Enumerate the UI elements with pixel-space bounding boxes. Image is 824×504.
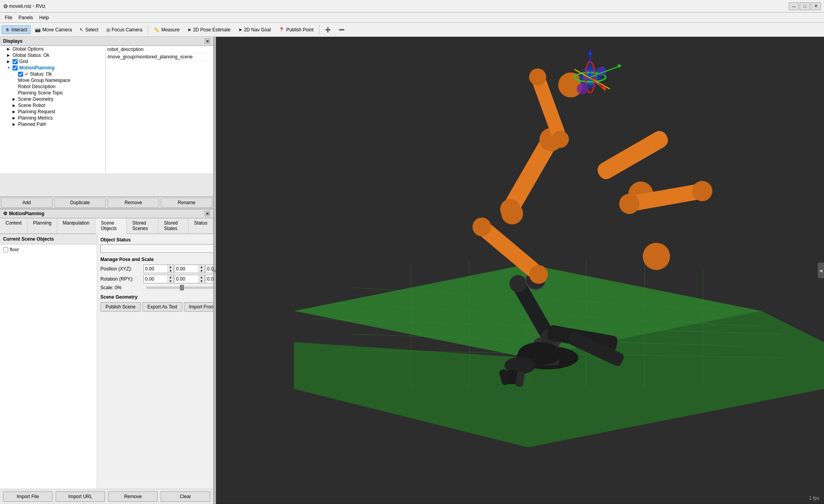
object-floor-checkbox[interactable]: [3, 247, 8, 252]
pos-x-down[interactable]: ▼: [168, 269, 173, 273]
tab-status[interactable]: Status: [189, 218, 213, 234]
menu-help[interactable]: Help: [36, 14, 52, 21]
rot-r-up[interactable]: ▲: [168, 275, 173, 279]
menubar: File Panels Help: [0, 13, 824, 23]
tab-planning[interactable]: Planning: [27, 218, 57, 234]
rotation-y-input[interactable]: 0.00: [206, 275, 213, 283]
select-button[interactable]: ↖ Select: [76, 25, 102, 34]
import-url-button[interactable]: Import URL: [56, 491, 105, 502]
object-status-input[interactable]: [100, 244, 213, 253]
status-checkbox[interactable]: [18, 72, 23, 77]
publish-point-button[interactable]: 📍 Publish Point: [275, 25, 317, 34]
remove-display-button[interactable]: Remove: [107, 198, 159, 208]
interact-button[interactable]: 🖱 Interact: [2, 25, 31, 34]
plus-icon: ➕: [325, 27, 331, 33]
tree-item-motionplanning[interactable]: ▼ MotionPlanning: [0, 65, 105, 71]
rot-p-up[interactable]: ▲: [199, 275, 204, 279]
tree-item-planning-request[interactable]: ▶ Planning Request: [0, 109, 105, 115]
position-inputs: 0.00 ▲ ▼ 0.00: [143, 265, 213, 273]
object-item-floor[interactable]: floor: [2, 246, 95, 253]
rotation-r-input[interactable]: 0.00: [144, 275, 167, 283]
tree-item-move-group-ns[interactable]: Move Group Namespace: [0, 77, 105, 83]
focus-camera-button[interactable]: ◎ Focus Camera: [103, 25, 146, 34]
fps-counter: 1 fps: [809, 495, 819, 501]
import-from-text-button[interactable]: Import From Text: [184, 302, 213, 312]
position-x-input[interactable]: 0.00: [144, 265, 167, 273]
tree-item-planning-metrics[interactable]: ▶ Planning Metrics: [0, 115, 105, 121]
tree-item-grid[interactable]: ▶ Grid: [0, 58, 105, 65]
displays-empty-section: [0, 173, 213, 197]
scene-objects-left-pane: Current Scene Objects floor: [0, 234, 97, 489]
tree-item-planning-scene-topic[interactable]: Planning Scene Topic: [0, 90, 105, 96]
displays-close-button[interactable]: ✕: [205, 38, 210, 44]
minimize-button[interactable]: —: [789, 2, 799, 10]
scale-label: Scale: 0%: [100, 285, 143, 290]
displays-buttons: Add Duplicate Remove Rename: [0, 197, 213, 209]
focus-camera-label: Focus Camera: [112, 27, 143, 33]
clear-button[interactable]: Clear: [161, 491, 210, 502]
rot-p-down[interactable]: ▼: [199, 279, 204, 283]
close-button[interactable]: ✕: [811, 2, 821, 10]
tree-item-planned-path[interactable]: ▶ Planned Path: [0, 121, 105, 127]
rot-p-wrap: 0.00 ▲ ▼: [174, 275, 205, 283]
maximize-button[interactable]: □: [800, 2, 810, 10]
motion-planning-title: MotionPlanning: [9, 211, 44, 216]
duplicate-display-button[interactable]: Duplicate: [54, 198, 106, 208]
publish-scene-button[interactable]: Publish Scene: [100, 302, 141, 312]
motion-planning-close-button[interactable]: ✕: [205, 211, 210, 216]
nav-goal-button[interactable]: ➤ 2D Nav Goal: [235, 25, 274, 34]
objects-list: floor: [0, 245, 97, 489]
menu-file[interactable]: File: [2, 14, 15, 21]
viewport-collapse-button[interactable]: ◀: [818, 263, 824, 278]
tree-item-global-options[interactable]: ▶ Global Options: [0, 46, 105, 52]
svg-point-38: [577, 83, 588, 94]
measure-button[interactable]: 📏 Measure: [150, 25, 183, 34]
toolbar-minus-button[interactable]: ➖: [335, 25, 348, 34]
toolbar-plus-button[interactable]: ➕: [321, 25, 334, 34]
scale-track[interactable]: [146, 286, 213, 289]
rot-y-wrap: 0.00 ▲ ▼: [205, 275, 213, 283]
arrow-scene-robot: ▶: [13, 103, 18, 107]
pos-x-up[interactable]: ▲: [168, 265, 173, 269]
tab-context[interactable]: Context: [0, 218, 27, 234]
export-as-text-button[interactable]: Export As Text: [142, 302, 182, 312]
pos-y-down[interactable]: ▼: [199, 269, 204, 273]
tree-label-scene-geometry: Scene Geometry: [18, 96, 53, 102]
position-label: Position (XYZ):: [100, 266, 143, 272]
interact-label: Interact: [11, 27, 27, 33]
pose-estimate-button[interactable]: ➤ 2D Pose Estimate: [184, 25, 234, 34]
rot-p-spin: ▲ ▼: [198, 275, 204, 283]
pos-y-up[interactable]: ▲: [199, 265, 204, 269]
tree-item-global-status[interactable]: ▶ Global Status: Ok: [0, 52, 105, 58]
point-icon: 📍: [279, 27, 285, 33]
tree-item-robot-desc[interactable]: Robot Description: [0, 83, 105, 90]
rotation-p-input[interactable]: 0.00: [175, 275, 198, 283]
tab-stored-scenes[interactable]: Stored Scenes: [127, 218, 158, 234]
position-y-input[interactable]: 0.00: [175, 265, 198, 273]
rename-display-button[interactable]: Rename: [161, 198, 212, 208]
rot-r-down[interactable]: ▼: [168, 279, 173, 283]
scale-thumb[interactable]: [180, 285, 184, 290]
arrow-motionplanning: ▼: [7, 66, 13, 70]
grid-checkbox[interactable]: [13, 59, 18, 64]
select-label: Select: [85, 27, 98, 33]
import-file-button[interactable]: Import File: [3, 491, 53, 502]
tree-item-status[interactable]: ✓ Status: Ok: [0, 71, 105, 77]
scale-row: Scale: 0% 200%: [100, 285, 213, 290]
add-display-button[interactable]: Add: [1, 198, 53, 208]
tab-stored-states[interactable]: Stored States: [158, 218, 189, 234]
tree-item-scene-geometry[interactable]: ▶ Scene Geometry: [0, 96, 105, 102]
tab-manipulation[interactable]: Manipulation: [57, 218, 95, 234]
move-camera-label: Move Camera: [42, 27, 72, 33]
titlebar: ⚙ moveit.rviz - RViz — □ ✕: [0, 0, 824, 13]
menu-panels[interactable]: Panels: [15, 14, 36, 21]
tab-scene-objects[interactable]: Scene Objects: [95, 218, 127, 234]
remove-button[interactable]: Remove: [108, 491, 158, 502]
tree-item-scene-robot[interactable]: ▶ Scene Robot: [0, 102, 105, 109]
motionplanning-checkbox[interactable]: [13, 65, 18, 71]
displays-content: ▶ Global Options ▶ Global Status: Ok ▶ G…: [0, 46, 213, 173]
scene-geometry-title: Scene Geometry: [100, 294, 213, 300]
tree-label-robot-desc: Robot Description: [18, 84, 55, 89]
viewport[interactable]: 1 fps ◀: [216, 37, 824, 504]
move-camera-button[interactable]: 📷 Move Camera: [31, 25, 75, 34]
